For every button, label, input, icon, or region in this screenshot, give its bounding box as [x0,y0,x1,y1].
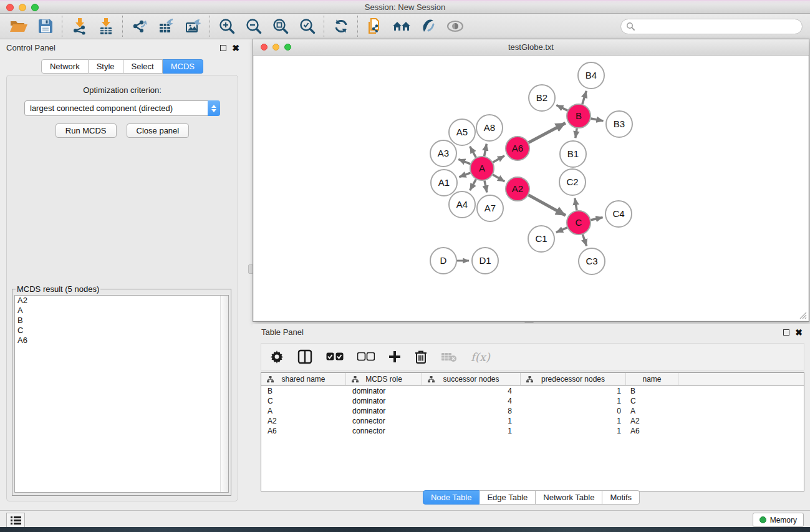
table-row[interactable]: Cdominator41C [261,396,804,406]
network-canvas[interactable]: B4B2BB3A5A8A6A3B1AA1C2A2A4A7CC4C1C3DD1 [254,56,808,321]
edge-A-A5[interactable] [470,147,476,158]
close-panel-icon[interactable]: ✖ [232,45,239,51]
delete-column-button[interactable] [441,351,457,362]
resize-grip-icon[interactable] [798,311,807,319]
edge-C-C3[interactable] [582,235,586,246]
duplicate-network-button[interactable] [361,15,388,37]
graph-node-D[interactable]: D [430,248,456,274]
graph-node-C4[interactable]: C4 [605,201,632,227]
delete-button[interactable] [415,350,427,364]
float-panel-icon[interactable] [220,45,226,51]
tab-mcds[interactable]: MCDS [163,59,203,74]
tab-edge-table[interactable]: Edge Table [480,490,536,505]
graph-node-A1[interactable]: A1 [431,170,457,196]
graph-node-B2[interactable]: B2 [529,85,555,111]
close-window-button[interactable] [6,4,14,11]
zoom-selected-button[interactable] [294,15,321,37]
task-history-button[interactable] [6,513,25,528]
mcds-result-item[interactable]: A [15,306,228,316]
graph-node-A4[interactable]: A4 [449,191,475,218]
graph-node-A7[interactable]: A7 [477,195,503,221]
graph-node-C3[interactable]: C3 [579,248,605,274]
add-column-button[interactable] [388,351,401,363]
search-field[interactable] [620,19,803,34]
edge-A-A8[interactable] [485,144,487,157]
run-mcds-button[interactable]: Run MCDS [55,123,117,138]
deselect-all-button[interactable] [357,352,375,361]
edge-C-C1[interactable] [556,228,567,233]
save-session-button[interactable] [32,15,59,37]
minimize-network-window-button[interactable] [272,44,279,51]
import-network-button[interactable] [65,15,92,37]
graph-node-B[interactable]: B [567,104,591,128]
table-mode-button[interactable] [270,350,284,364]
zoom-window-button[interactable] [31,4,39,11]
birds-eye-view-button[interactable] [441,15,468,37]
zoom-actual-size-button[interactable] [267,15,294,37]
network-graph[interactable]: B4B2BB3A5A8A6A3B1AA1C2A2A4A7CC4C1C3DD1 [254,56,809,321]
graph-node-A8[interactable]: A8 [476,115,503,141]
table-row[interactable]: A6connector11A6 [261,426,804,436]
edge-C-C2[interactable] [575,198,577,211]
import-table-button[interactable] [92,15,119,37]
mcds-result-item[interactable]: A6 [15,336,228,346]
mcds-result-item[interactable]: C [15,326,228,336]
close-network-window-button[interactable] [261,44,268,51]
edge-A-A3[interactable] [458,159,470,163]
export-image-button[interactable] [180,15,206,37]
edge-A-A2[interactable] [493,175,504,181]
select-all-button[interactable] [326,352,344,361]
edge-A-A6[interactable] [493,156,504,162]
zoom-out-button[interactable] [240,15,267,37]
column-header-shared-name[interactable]: shared name [261,373,346,385]
edge-B-B2[interactable] [556,105,567,110]
open-session-button[interactable] [5,15,32,37]
graph-node-B3[interactable]: B3 [606,111,632,137]
zoom-in-button[interactable] [213,15,240,37]
criterion-select[interactable]: largest connected component (directed) [24,100,220,116]
edge-A-A1[interactable] [459,173,470,177]
graph-node-B4[interactable]: B4 [578,62,604,89]
search-input[interactable] [637,20,802,32]
toggle-graphics-details-button[interactable] [415,15,441,37]
table-row[interactable]: Adominator80A [261,406,804,416]
mcds-result-list[interactable]: A2ABCA6 [14,295,229,493]
edge-C-C4[interactable] [591,218,603,220]
table-row[interactable]: Bdominator41B [261,386,804,396]
edge-A-A4[interactable] [470,180,476,191]
tab-network-table[interactable]: Network Table [536,490,602,505]
edge-A2-C[interactable] [529,195,566,216]
show-columns-button[interactable] [297,349,312,364]
graph-node-A6[interactable]: A6 [506,137,529,160]
export-network-button[interactable] [126,15,153,37]
column-header-name[interactable]: name [626,373,678,385]
scrollbar-track[interactable] [220,296,228,492]
edge-B-B3[interactable] [591,118,604,121]
graph-node-A2[interactable]: A2 [506,177,529,201]
graph-node-C1[interactable]: C1 [528,226,554,252]
export-table-button[interactable] [153,15,180,37]
graph-node-B1[interactable]: B1 [560,141,586,167]
column-header-predecessor-nodes[interactable]: predecessor nodes [521,373,626,385]
graph-node-A[interactable]: A [470,157,494,180]
tab-network[interactable]: Network [41,59,89,74]
function-builder-button[interactable]: f(x) [471,351,490,364]
close-panel-button[interactable]: Close panel [127,123,190,138]
zoom-network-window-button[interactable] [284,44,291,51]
graph-node-D1[interactable]: D1 [472,248,498,274]
graph-node-A3[interactable]: A3 [430,140,456,167]
edge-A-A7[interactable] [485,181,487,193]
tab-style[interactable]: Style [89,59,123,74]
edge-A6-B[interactable] [529,123,566,142]
column-header-MCDS-role[interactable]: MCDS role [346,373,422,385]
tab-select[interactable]: Select [123,59,163,74]
graph-node-C[interactable]: C [567,211,591,235]
edge-B-B1[interactable] [576,128,577,138]
float-table-panel-icon[interactable] [783,329,789,336]
refresh-network-button[interactable] [327,15,354,37]
close-table-panel-icon[interactable]: ✖ [795,329,803,336]
tab-node-table[interactable]: Node Table [423,490,480,505]
home-view-button[interactable] [388,15,415,37]
column-header-successor-nodes[interactable]: successor nodes [422,373,521,385]
memory-button[interactable]: Memory [753,513,804,527]
